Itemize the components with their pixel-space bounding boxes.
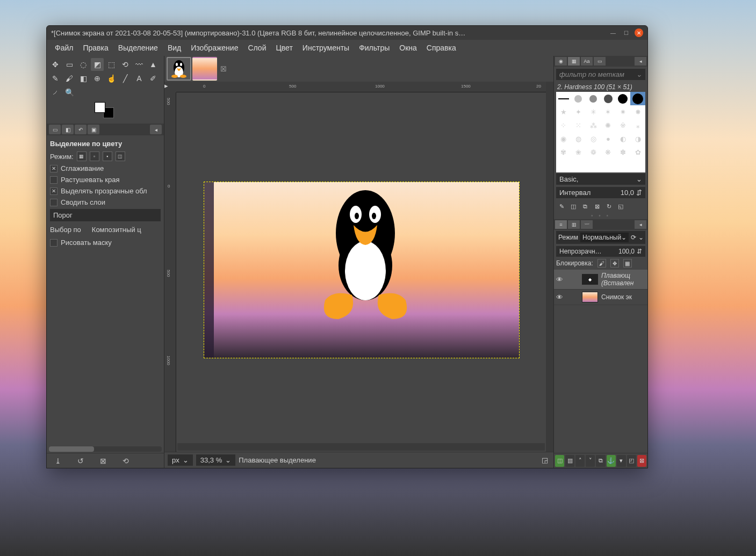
- image-tab-1[interactable]: [167, 57, 191, 81]
- layer-merge-icon[interactable]: ▾: [617, 455, 626, 467]
- unit-select[interactable]: px⌄: [168, 454, 193, 466]
- edit-brush-icon[interactable]: ✎: [556, 201, 567, 211]
- delete-options-icon[interactable]: ⊠: [97, 455, 109, 467]
- tab-channels[interactable]: ▥: [568, 220, 580, 229]
- tool-measure[interactable]: ⟋: [49, 86, 62, 99]
- chevron-down-icon[interactable]: ⌄: [638, 234, 644, 241]
- layer-item-bg[interactable]: 👁 Снимок эк: [554, 290, 647, 305]
- brush-preset-select[interactable]: Basic,⌄: [556, 174, 645, 185]
- tab-fonts[interactable]: Aa: [581, 57, 593, 66]
- reset-options-icon[interactable]: ⟲: [120, 455, 132, 467]
- layer-dup-icon[interactable]: ⧉: [596, 455, 605, 467]
- select-by-label[interactable]: Выбор по: [50, 226, 81, 234]
- menu-file[interactable]: Файл: [50, 41, 78, 54]
- tab-close-icon[interactable]: ☒: [219, 64, 228, 73]
- menu-filters[interactable]: Фильтры: [354, 41, 394, 54]
- tool-move[interactable]: ✥: [49, 58, 62, 71]
- hscroll[interactable]: [177, 443, 545, 451]
- tab-menu-icon[interactable]: ◂: [150, 125, 162, 134]
- tool-clone[interactable]: ⊕: [91, 72, 104, 85]
- menu-image[interactable]: Изображение: [186, 41, 243, 54]
- fg-bg-colors[interactable]: [95, 102, 114, 118]
- mode-intersect[interactable]: ◫: [116, 151, 125, 161]
- tag-filter-input[interactable]: фильтр по меткам⌄: [556, 69, 645, 80]
- image-tab-2[interactable]: [192, 57, 217, 81]
- menu-view[interactable]: Вид: [163, 41, 186, 54]
- maximize-button[interactable]: ☐: [622, 28, 630, 37]
- tab-brushes[interactable]: ◉: [555, 57, 567, 66]
- tool-zoom[interactable]: 🔍: [63, 86, 76, 99]
- tool-free-select[interactable]: ◌: [77, 58, 90, 71]
- spinner-icon[interactable]: ⇵: [636, 189, 642, 197]
- check-feather[interactable]: [50, 176, 57, 184]
- titlebar[interactable]: *[Снимок экрана от 2021-03-08 20-05-53] …: [47, 26, 647, 40]
- mode-replace[interactable]: ▦: [77, 151, 87, 161]
- restore-options-icon[interactable]: ↺: [75, 455, 87, 467]
- spinner-icon[interactable]: ⇵: [637, 248, 642, 255]
- menu-layer[interactable]: Слой: [243, 41, 271, 54]
- new-brush-icon[interactable]: ◫: [568, 201, 579, 211]
- save-options-icon[interactable]: ⤓: [52, 455, 64, 467]
- tool-smudge[interactable]: ☝: [105, 72, 118, 85]
- brush-spacing[interactable]: Интервал 10,0 ⇵: [556, 187, 645, 198]
- tab-device[interactable]: ◧: [62, 125, 74, 134]
- tool-warp[interactable]: 〰: [133, 58, 146, 71]
- tool-brush[interactable]: 🖌: [63, 72, 76, 85]
- ruler-vertical[interactable]: 500 0 500 1000: [164, 92, 176, 452]
- composite-label[interactable]: Композитный ц: [92, 226, 141, 234]
- eye-icon[interactable]: 👁: [556, 276, 565, 284]
- tab-undo[interactable]: ↶: [75, 125, 87, 134]
- lock-pixels-icon[interactable]: 🖌: [597, 259, 606, 268]
- brush-grid[interactable]: ★ ✦ ✳ ✶ ✷ ✸ ⁘⁙⁂ ✺※⁎ ◉◍◎ ●◐◑ ✾❀❁ ❋✽✿: [556, 92, 645, 172]
- tab-tool-options[interactable]: ▭: [49, 125, 61, 134]
- menu-tools[interactable]: Инструменты: [298, 41, 354, 54]
- tab-menu-icon[interactable]: ◂: [635, 57, 646, 66]
- menu-windows[interactable]: Окна: [394, 41, 422, 54]
- close-button[interactable]: ✕: [635, 28, 643, 37]
- tool-bucket[interactable]: ▲: [147, 58, 160, 71]
- ruler-horizontal[interactable]: 0 500 1000 1500 20: [176, 82, 546, 92]
- tool-path[interactable]: ╱: [119, 72, 132, 85]
- layer-up-icon[interactable]: ˄: [575, 455, 585, 467]
- check-antialias[interactable]: ✕: [50, 165, 57, 172]
- tool-rect-select[interactable]: ▭: [63, 58, 76, 71]
- threshold-slider[interactable]: Порог: [50, 209, 161, 221]
- tool-crop[interactable]: ⬚: [105, 58, 118, 71]
- minimize-button[interactable]: —: [609, 28, 617, 37]
- refresh-brush-icon[interactable]: ↻: [603, 201, 614, 211]
- layer-item-floating[interactable]: 👁 ◆ Плавающ (Вставлен: [554, 270, 647, 290]
- mode-switch-icon[interactable]: ⟳: [631, 234, 636, 241]
- canvas[interactable]: [176, 92, 546, 442]
- tool-transform[interactable]: ⟲: [119, 58, 132, 71]
- layer-delete-icon[interactable]: ⊠: [637, 455, 646, 467]
- tool-color-select[interactable]: ◩: [91, 58, 104, 71]
- left-scroll[interactable]: [49, 446, 162, 452]
- ruler-corner[interactable]: ▸: [164, 82, 176, 92]
- vscroll[interactable]: [546, 82, 553, 452]
- lock-alpha-icon[interactable]: ▦: [623, 259, 632, 268]
- menu-select[interactable]: Выделение: [113, 41, 163, 54]
- eye-icon[interactable]: 👁: [556, 293, 565, 301]
- tab-menu-icon[interactable]: ◂: [635, 220, 646, 229]
- tool-pencil[interactable]: ✎: [49, 72, 62, 85]
- nav-icon[interactable]: ◲: [542, 456, 550, 465]
- mode-select[interactable]: Нормальный ⌄: [580, 233, 629, 242]
- tab-patterns[interactable]: ▦: [568, 57, 580, 66]
- tool-eraser[interactable]: ◧: [77, 72, 90, 85]
- check-flatten[interactable]: [50, 199, 57, 206]
- lock-position-icon[interactable]: ✥: [610, 259, 619, 268]
- menu-help[interactable]: Справка: [422, 41, 461, 54]
- del-brush-icon[interactable]: ⊠: [592, 201, 602, 211]
- menu-edit[interactable]: Правка: [78, 41, 113, 54]
- menu-colors[interactable]: Цвет: [271, 41, 297, 54]
- tool-picker[interactable]: ✐: [147, 72, 160, 85]
- layer-mask-icon[interactable]: ◰: [627, 455, 636, 467]
- layer-opacity[interactable]: Непрозрачн… 100,0 ⇵: [556, 246, 645, 257]
- check-transparent[interactable]: ✕: [50, 187, 57, 195]
- mode-subtract[interactable]: ▪: [103, 151, 112, 161]
- new-layer-icon[interactable]: ◫: [555, 455, 564, 467]
- tab-images[interactable]: ▣: [88, 125, 99, 134]
- fg-color[interactable]: [95, 102, 105, 113]
- tab-layers[interactable]: ≡: [555, 220, 567, 229]
- layer-group-icon[interactable]: ▥: [565, 455, 574, 467]
